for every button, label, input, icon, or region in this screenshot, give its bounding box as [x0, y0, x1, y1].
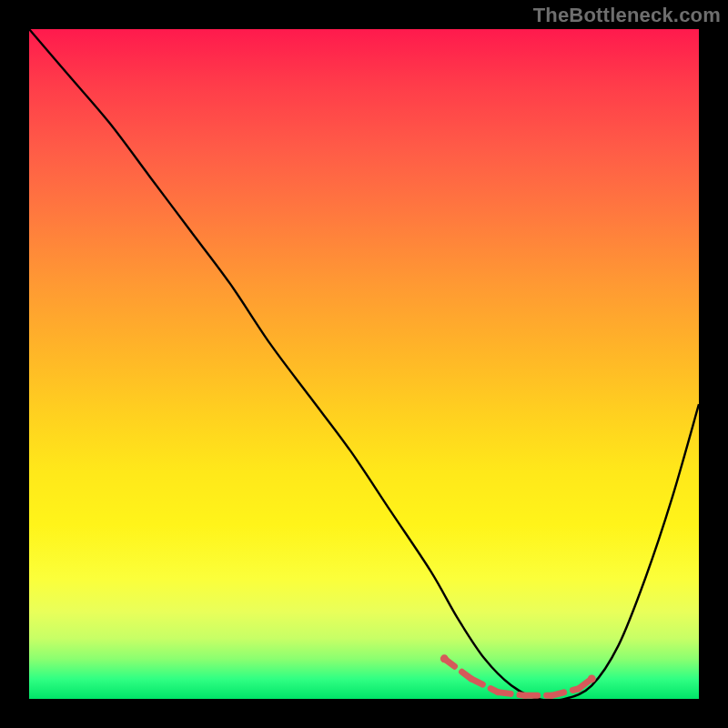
- svg-line-1: [471, 679, 498, 693]
- svg-line-2: [498, 693, 524, 696]
- svg-line-4: [551, 689, 578, 695]
- marker-layer: [29, 29, 699, 699]
- svg-point-6: [440, 654, 449, 662]
- optimal-range-marker: [440, 654, 596, 695]
- chart-frame: TheBottleneck.com: [0, 0, 728, 728]
- plot-area: [29, 29, 699, 699]
- svg-line-0: [444, 659, 470, 679]
- watermark-text: TheBottleneck.com: [533, 4, 721, 27]
- svg-point-7: [588, 674, 596, 682]
